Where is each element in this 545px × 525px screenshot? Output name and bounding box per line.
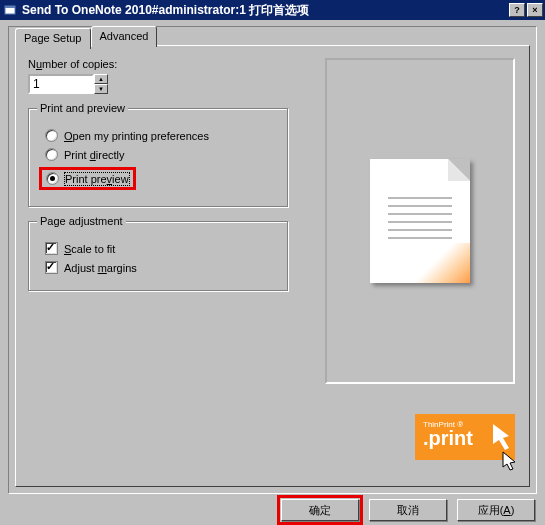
group-print-legend: Print and preview	[37, 102, 128, 114]
radio-print-directly-row[interactable]: Print directly	[45, 148, 277, 161]
copies-input[interactable]	[28, 74, 94, 94]
close-button[interactable]: ×	[527, 3, 543, 17]
svg-rect-1	[5, 6, 15, 8]
check-scale-row[interactable]: Scale to fit	[45, 242, 277, 255]
dialog-buttons: 确定 取消 应用(A)	[0, 499, 545, 521]
cancel-button[interactable]: 取消	[369, 499, 447, 521]
radio-print-preview-row[interactable]: Print preview	[39, 167, 277, 190]
apply-button[interactable]: 应用(A)	[457, 499, 535, 521]
radio-print-directly[interactable]	[45, 148, 58, 161]
copies-spin-down[interactable]: ▼	[94, 84, 108, 94]
window-title: Send To OneNote 2010#administrator:1 打印首…	[22, 2, 509, 19]
radio-open-preferences-label: Open my printing preferences	[64, 130, 209, 142]
cursor-icon	[501, 450, 519, 477]
check-margins-label: Adjust margins	[64, 262, 137, 274]
group-page-adj-legend: Page adjustment	[37, 215, 126, 227]
radio-print-directly-label: Print directly	[64, 149, 125, 161]
check-scale-to-fit[interactable]	[45, 242, 58, 255]
radio-print-preview-label: Print preview	[65, 173, 129, 185]
preview-frame	[325, 58, 515, 384]
titlebar: Send To OneNote 2010#administrator:1 打印首…	[0, 0, 545, 20]
tab-advanced[interactable]: Advanced	[91, 26, 158, 47]
check-margins-row[interactable]: Adjust margins	[45, 261, 277, 274]
thinprint-badge: ThinPrint ® .print	[415, 414, 515, 460]
app-icon	[2, 2, 18, 18]
check-scale-label: Scale to fit	[64, 243, 115, 255]
radio-print-preview[interactable]	[46, 172, 59, 185]
dialog-body: Page Setup Advanced Number of copies: ▲ …	[0, 20, 545, 525]
copies-label: Number of copies:	[28, 58, 318, 70]
tabstrip: Page Setup Advanced	[15, 26, 157, 47]
check-adjust-margins[interactable]	[45, 261, 58, 274]
copies-spin-up[interactable]: ▲	[94, 74, 108, 84]
tab-panel-advanced: Number of copies: ▲ ▼ Print and preview …	[15, 45, 530, 487]
group-print-and-preview: Print and preview Open my printing prefe…	[28, 108, 288, 207]
tab-page-setup[interactable]: Page Setup	[15, 28, 91, 49]
radio-open-preferences-row[interactable]: Open my printing preferences	[45, 129, 277, 142]
preview-document-icon	[370, 159, 470, 283]
radio-open-preferences[interactable]	[45, 129, 58, 142]
ok-button[interactable]: 确定	[281, 499, 359, 521]
help-button[interactable]: ?	[509, 3, 525, 17]
group-page-adjustment: Page adjustment Scale to fit Adjust marg…	[28, 221, 288, 291]
client-area: Page Setup Advanced Number of copies: ▲ …	[8, 26, 537, 494]
